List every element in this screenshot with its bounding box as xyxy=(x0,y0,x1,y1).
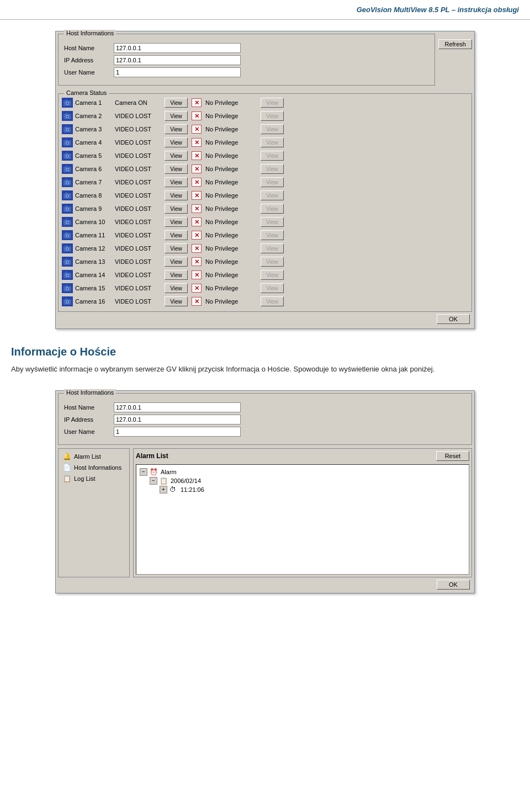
nav-log-label: Log List xyxy=(74,475,96,482)
d2-username-input[interactable] xyxy=(114,427,241,437)
svg-rect-27 xyxy=(66,179,67,181)
camera-view-button-right[interactable]: View xyxy=(261,243,284,253)
camera-privilege: No Privilege xyxy=(205,179,261,185)
camera-status: VIDEO LOST xyxy=(115,113,165,119)
tree-expand-date[interactable]: − xyxy=(150,477,157,485)
camera-name: Camera 3 xyxy=(75,126,115,132)
camera-name: Camera 2 xyxy=(75,113,115,119)
camera-status-legend: Camera Status xyxy=(64,89,109,96)
camera-view-button-left[interactable]: View xyxy=(165,230,188,240)
svg-point-42 xyxy=(67,235,68,237)
reset-button[interactable]: Reset xyxy=(436,451,469,461)
hostname-row: Host Name xyxy=(64,43,429,53)
refresh-button[interactable]: Refresh xyxy=(438,39,472,49)
host-icon: 📄 xyxy=(62,463,72,472)
d2-hostname-input[interactable] xyxy=(114,402,241,412)
camera-status: VIDEO LOST xyxy=(115,245,165,252)
dialog1-bottom: OK xyxy=(58,312,472,326)
camera-view-button-left[interactable]: View xyxy=(165,243,188,253)
svg-rect-43 xyxy=(66,232,67,233)
camera-view-button-right[interactable]: View xyxy=(261,217,284,227)
camera-view-button-left[interactable]: View xyxy=(165,204,188,214)
section-para1: Aby wyświetlić informacje o wybranym ser… xyxy=(11,364,519,375)
camera-name: Camera 5 xyxy=(75,152,115,159)
camera-view-button-left[interactable]: View xyxy=(165,111,188,121)
svg-rect-19 xyxy=(66,152,67,154)
ipaddress-row: IP Address xyxy=(64,55,429,65)
svg-point-38 xyxy=(67,222,68,224)
svg-point-14 xyxy=(67,142,68,144)
camera-view-button-right[interactable]: View xyxy=(261,98,284,108)
camera-view-button-right[interactable]: View xyxy=(261,296,284,306)
camera-view-button-left[interactable]: View xyxy=(165,124,188,134)
camera-view-button-right[interactable]: View xyxy=(261,257,284,267)
camera-name: Camera 9 xyxy=(75,205,115,212)
ipaddress-input[interactable] xyxy=(114,55,241,65)
camera-view-button-left[interactable]: View xyxy=(165,257,188,267)
camera-row: Camera 10VIDEO LOSTView✕No PrivilegeView xyxy=(62,215,468,229)
camera-view-button-right[interactable]: View xyxy=(261,204,284,214)
nav-item-host[interactable]: 📄 Host Informations xyxy=(59,462,129,473)
dialog2: Host Informations Host Name IP Address U… xyxy=(55,390,475,593)
camera-icon xyxy=(62,283,73,293)
svg-point-50 xyxy=(67,262,68,263)
camera-view-button-right[interactable]: View xyxy=(261,111,284,121)
camera-row: Camera 15VIDEO LOSTView✕No PrivilegeView xyxy=(62,282,468,295)
camera-view-button-right[interactable]: View xyxy=(261,137,284,147)
camera-view-button-right[interactable]: View xyxy=(261,230,284,240)
nav-item-alarm[interactable]: 🔔 Alarm List xyxy=(59,451,129,462)
svg-point-46 xyxy=(67,248,68,250)
camera-privilege: No Privilege xyxy=(205,126,261,132)
camera-view-button-right[interactable]: View xyxy=(261,151,284,161)
camera-view-button-right[interactable]: View xyxy=(261,177,284,187)
alarm-panel-header: Alarm List Reset xyxy=(136,451,469,461)
camera-privilege: No Privilege xyxy=(205,113,261,119)
section-heading: Informacje o Hoście xyxy=(11,346,519,358)
camera-x-icon: ✕ xyxy=(191,230,202,240)
alarm-icon: 🔔 xyxy=(62,452,72,461)
camera-view-button-left[interactable]: View xyxy=(165,296,188,306)
camera-view-button-left[interactable]: View xyxy=(165,283,188,293)
camera-x-icon: ✕ xyxy=(191,296,202,306)
camera-x-icon: ✕ xyxy=(191,243,202,253)
camera-view-button-left[interactable]: View xyxy=(165,270,188,280)
camera-privilege: No Privilege xyxy=(205,152,261,159)
svg-point-58 xyxy=(67,288,68,290)
camera-view-button-left[interactable]: View xyxy=(165,177,188,187)
lower-content: 🔔 Alarm List 📄 Host Informations 📋 Log L… xyxy=(58,448,472,577)
camera-x-icon: ✕ xyxy=(191,151,202,161)
nav-item-log[interactable]: 📋 Log List xyxy=(59,473,129,484)
camera-view-button-left[interactable]: View xyxy=(165,164,188,174)
svg-rect-7 xyxy=(66,113,67,114)
tree-expand-time[interactable]: + xyxy=(160,486,167,493)
camera-view-button-right[interactable]: View xyxy=(261,124,284,134)
tree-expand-alarm[interactable]: − xyxy=(140,468,147,476)
camera-view-button-left[interactable]: View xyxy=(165,98,188,108)
camera-view-button-left[interactable]: View xyxy=(165,190,188,200)
hostname-input[interactable] xyxy=(114,43,241,53)
camera-row: Camera 9VIDEO LOSTView✕No PrivilegeView xyxy=(62,202,468,215)
camera-view-button-right[interactable]: View xyxy=(261,190,284,200)
username-input[interactable] xyxy=(114,67,241,77)
camera-icon xyxy=(62,243,73,253)
camera-row: Camera 14VIDEO LOSTView✕No PrivilegeView xyxy=(62,268,468,282)
camera-view-button-left[interactable]: View xyxy=(165,137,188,147)
camera-status: VIDEO LOST xyxy=(115,258,165,265)
camera-view-button-right[interactable]: View xyxy=(261,270,284,280)
username-row: User Name xyxy=(64,67,429,77)
d2-ipaddress-input[interactable] xyxy=(114,415,241,424)
svg-point-6 xyxy=(67,116,68,118)
tree-date-label: 2006/02/14 xyxy=(171,477,201,484)
camera-x-icon: ✕ xyxy=(191,217,202,227)
camera-view-button-left[interactable]: View xyxy=(165,217,188,227)
camera-row: Camera 16VIDEO LOSTView✕No PrivilegeView xyxy=(62,295,468,308)
dialog2-ok-button[interactable]: OK xyxy=(437,580,470,590)
camera-status: VIDEO LOST xyxy=(115,179,165,185)
camera-icon xyxy=(62,98,73,108)
camera-name: Camera 10 xyxy=(75,219,115,225)
camera-view-button-left[interactable]: View xyxy=(165,151,188,161)
camera-x-icon: ✕ xyxy=(191,111,202,121)
camera-view-button-right[interactable]: View xyxy=(261,283,284,293)
dialog1-ok-button[interactable]: OK xyxy=(437,314,470,324)
camera-view-button-right[interactable]: View xyxy=(261,164,284,174)
